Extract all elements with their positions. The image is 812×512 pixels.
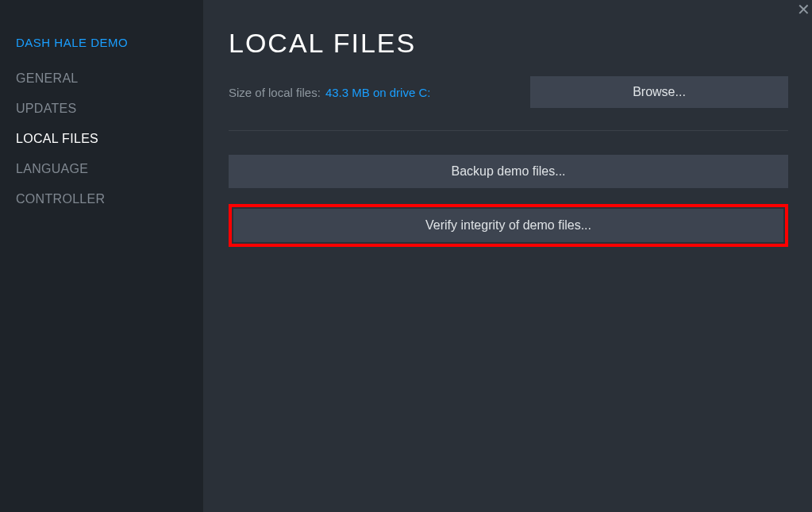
sidebar-item-controller[interactable]: CONTROLLER: [16, 192, 203, 206]
close-icon[interactable]: ✕: [797, 2, 810, 17]
sidebar-item-local-files[interactable]: LOCAL FILES: [16, 132, 203, 146]
main-panel: ✕ LOCAL FILES Size of local files: 43.3 …: [203, 0, 812, 512]
page-title: LOCAL FILES: [229, 28, 788, 59]
size-info: Size of local files: 43.3 MB on drive C:: [229, 86, 430, 99]
browse-button[interactable]: Browse...: [530, 76, 788, 108]
size-label: Size of local files:: [229, 86, 321, 99]
size-value: 43.3 MB on drive C:: [325, 86, 431, 99]
game-title: DASH HALE DEMO: [16, 36, 203, 49]
backup-button[interactable]: Backup demo files...: [229, 155, 788, 188]
size-row: Size of local files: 43.3 MB on drive C:…: [229, 76, 788, 108]
divider: [229, 130, 788, 131]
verify-button[interactable]: Verify integrity of demo files...: [233, 209, 783, 242]
sidebar: DASH HALE DEMO GENERAL UPDATES LOCAL FIL…: [0, 0, 203, 512]
sidebar-item-updates[interactable]: UPDATES: [16, 102, 203, 116]
sidebar-item-language[interactable]: LANGUAGE: [16, 162, 203, 176]
verify-highlight: Verify integrity of demo files...: [229, 204, 788, 247]
sidebar-item-general[interactable]: GENERAL: [16, 71, 203, 86]
